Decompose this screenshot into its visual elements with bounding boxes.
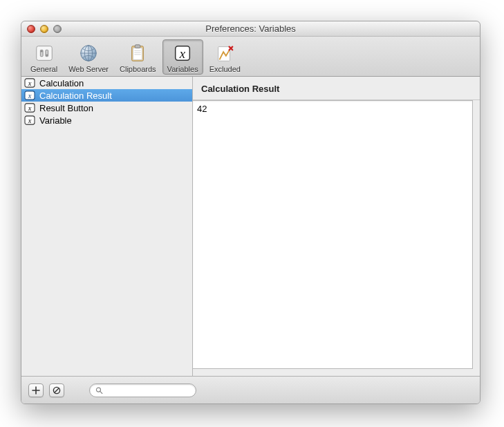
minimize-window-button[interactable]: [40, 25, 48, 33]
detail-value[interactable]: 42: [193, 100, 473, 369]
switch-icon: [33, 42, 55, 64]
toolbar: General: [21, 37, 480, 77]
search-icon: [95, 386, 103, 395]
variable-name: Result Button: [39, 103, 93, 113]
variable-x-icon: x: [171, 42, 194, 64]
content: x Calculation x Calculation Result: [21, 77, 480, 376]
svg-text:x: x: [28, 79, 32, 87]
variable-x-icon: x: [24, 115, 35, 125]
search-field[interactable]: [89, 383, 196, 397]
sidebar: x Calculation x Calculation Result: [21, 77, 193, 376]
variable-x-icon: x: [24, 91, 35, 100]
clipboard-icon: [127, 42, 149, 64]
remove-variable-button[interactable]: [49, 383, 64, 397]
variable-name: Calculation Result: [39, 91, 112, 101]
svg-text:x: x: [28, 104, 32, 112]
close-window-button[interactable]: [27, 25, 35, 33]
variable-name: Variable: [39, 115, 72, 126]
prohibit-icon: [53, 386, 61, 395]
toolbar-label: Web Server: [68, 65, 109, 73]
toolbar-item-web-server[interactable]: Web Server: [64, 39, 113, 75]
variable-row[interactable]: x Variable: [21, 114, 192, 126]
window-title: Preferences: Variables: [21, 23, 480, 34]
bottom-bar: [21, 376, 480, 404]
svg-point-4: [46, 55, 48, 57]
toolbar-item-excluded[interactable]: Excluded: [205, 39, 245, 75]
titlebar: Preferences: Variables: [21, 21, 480, 37]
toolbar-item-clipboards[interactable]: Clipboards: [115, 39, 161, 75]
variable-row[interactable]: x Calculation Result: [21, 89, 192, 102]
window-controls: [21, 25, 62, 33]
globe-icon: [77, 42, 100, 64]
search-input[interactable]: [106, 386, 190, 395]
variable-row[interactable]: x Result Button: [21, 102, 192, 114]
variable-x-icon: x: [24, 78, 35, 88]
variable-list[interactable]: x Calculation x Calculation Result: [21, 77, 192, 376]
svg-line-25: [55, 388, 59, 392]
svg-point-2: [41, 50, 43, 53]
svg-rect-9: [136, 45, 141, 48]
toolbar-item-general[interactable]: General: [26, 39, 62, 75]
toolbar-label: General: [30, 65, 57, 73]
svg-line-27: [100, 391, 102, 393]
toolbar-label: Variables: [167, 65, 198, 73]
toolbar-label: Clipboards: [120, 65, 156, 73]
plus-icon: [32, 386, 40, 395]
svg-text:x: x: [179, 46, 186, 61]
variable-name: Calculation: [39, 78, 84, 88]
svg-rect-0: [36, 46, 52, 61]
excluded-icon: [214, 42, 236, 64]
add-variable-button[interactable]: [28, 383, 44, 397]
variable-x-icon: x: [24, 103, 35, 113]
toolbar-item-variables[interactable]: x Variables: [162, 39, 203, 75]
preferences-window: Preferences: Variables General: [21, 21, 480, 404]
detail-title: Calculation Result: [193, 77, 480, 100]
zoom-window-button[interactable]: [53, 25, 62, 33]
variable-row[interactable]: x Calculation: [21, 77, 192, 89]
svg-text:x: x: [28, 92, 32, 99]
toolbar-label: Excluded: [209, 65, 241, 73]
svg-rect-8: [133, 48, 142, 60]
svg-text:x: x: [28, 117, 32, 124]
detail-pane: Calculation Result 42: [193, 77, 480, 376]
